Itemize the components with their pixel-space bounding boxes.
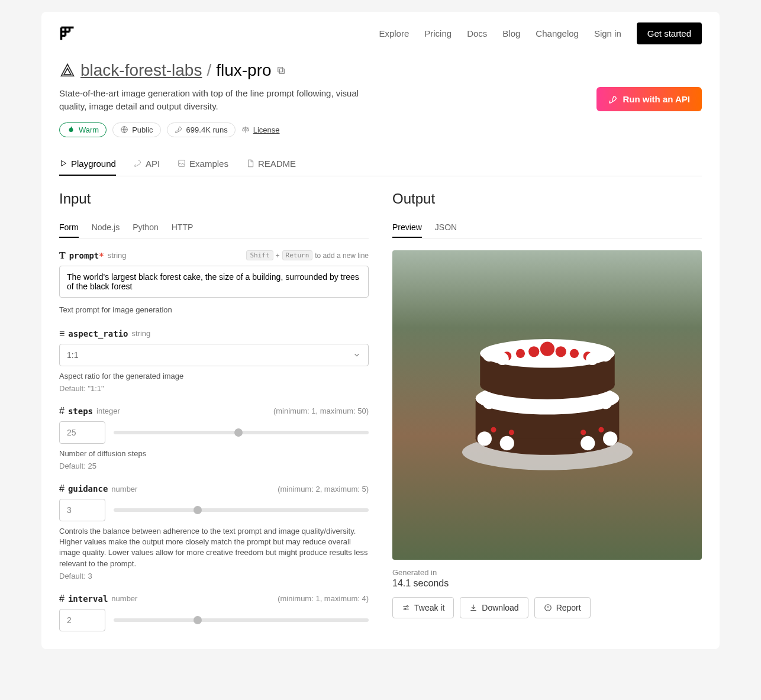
guidance-slider[interactable] [114, 508, 369, 512]
subtab-json[interactable]: JSON [435, 218, 457, 238]
field-steps: # steps integer (minimum: 1, maximum: 50… [59, 406, 369, 470]
output-actions: Tweak it Download Report [392, 597, 702, 618]
public-badge: Public [112, 122, 160, 137]
rocket-icon [175, 125, 183, 134]
svg-point-15 [569, 349, 578, 358]
logo-icon[interactable] [59, 25, 76, 42]
number-type-icon: # [59, 483, 65, 494]
sliders-icon [402, 604, 410, 612]
subtab-http[interactable]: HTTP [172, 218, 194, 238]
number-type-icon: # [59, 406, 65, 417]
output-subtabs: Preview JSON [392, 218, 702, 238]
tab-readme[interactable]: README [246, 153, 296, 176]
svg-point-26 [499, 436, 514, 450]
subtab-preview[interactable]: Preview [392, 218, 422, 238]
download-button[interactable]: Download [460, 597, 528, 618]
document-icon [246, 159, 254, 167]
org-link[interactable]: black-forest-labs [80, 61, 202, 80]
warm-badge: Warm [59, 122, 107, 137]
interval-input[interactable] [59, 609, 105, 631]
input-heading: Input [59, 191, 369, 207]
alert-icon [544, 604, 552, 612]
field-guidance: # guidance number (minimum: 2, maximum: … [59, 483, 369, 580]
steps-desc: Number of diffusion steps [59, 449, 369, 459]
report-button[interactable]: Report [534, 597, 591, 618]
badges-row: Warm Public 699.4K runs License [59, 122, 702, 137]
run-with-api-button[interactable]: Run with an API [596, 87, 702, 111]
aspect-ratio-default: Default: "1:1" [59, 384, 369, 393]
svg-point-27 [581, 436, 595, 450]
prompt-desc: Text prompt for image generation [59, 305, 369, 315]
chevron-down-icon [353, 351, 361, 359]
subtab-nodejs[interactable]: Node.js [92, 218, 120, 238]
nav-signin[interactable]: Sign in [594, 28, 621, 38]
steps-input[interactable] [59, 421, 105, 444]
generation-info: Generated in 14.1 seconds [392, 568, 702, 589]
nav-explore[interactable]: Explore [379, 28, 409, 38]
cake-illustration [457, 299, 637, 479]
svg-point-22 [482, 396, 495, 409]
input-subtabs: Form Node.js Python HTTP [59, 218, 369, 238]
svg-point-19 [496, 353, 508, 365]
svg-rect-0 [279, 69, 284, 73]
svg-point-12 [528, 346, 539, 357]
nav-changelog[interactable]: Changelog [536, 28, 579, 38]
rocket-icon [608, 95, 618, 104]
tab-api[interactable]: API [134, 153, 160, 176]
interval-slider[interactable] [114, 618, 369, 622]
svg-point-32 [407, 605, 408, 607]
license-link[interactable]: License [241, 125, 280, 134]
main-tabs: Playground API Examples README [59, 153, 702, 176]
get-started-button[interactable]: Get started [637, 22, 702, 44]
play-icon [59, 159, 67, 167]
svg-point-23 [599, 396, 611, 409]
guidance-default: Default: 3 [59, 572, 369, 580]
tab-playground[interactable]: Playground [59, 153, 116, 176]
field-aspect-ratio: ≡ aspect_ratio string 1:1 Aspect ratio f… [59, 328, 369, 393]
list-type-icon: ≡ [59, 328, 65, 339]
globe-icon [120, 125, 128, 134]
flame-icon [67, 125, 75, 134]
svg-point-30 [581, 430, 586, 435]
nav-blog[interactable]: Blog [502, 28, 520, 38]
copy-icon[interactable] [276, 66, 286, 75]
org-icon [59, 62, 76, 79]
subtab-python[interactable]: Python [133, 218, 159, 238]
text-type-icon: T [59, 250, 66, 261]
aspect-ratio-desc: Aspect ratio for the generated image [59, 371, 369, 382]
model-header: black-forest-labs / flux-pro State-of-th… [41, 55, 720, 176]
subtab-form[interactable]: Form [59, 218, 79, 238]
svg-point-18 [482, 349, 495, 362]
steps-slider[interactable] [114, 431, 369, 434]
gen-time: 14.1 seconds [392, 578, 702, 589]
steps-default: Default: 25 [59, 462, 369, 470]
gen-label: Generated in [392, 568, 702, 577]
svg-point-24 [477, 431, 491, 446]
svg-point-21 [586, 353, 598, 365]
svg-point-13 [555, 346, 566, 357]
prompt-input[interactable]: The world's largest black forest cake, t… [59, 266, 369, 298]
tab-examples[interactable]: Examples [178, 153, 228, 176]
breadcrumb-separator: / [207, 61, 211, 80]
guidance-input[interactable] [59, 499, 105, 521]
aspect-ratio-select[interactable]: 1:1 [59, 344, 369, 366]
nav-pricing[interactable]: Pricing [424, 28, 452, 38]
svg-rect-3 [179, 160, 185, 167]
svg-point-14 [515, 349, 524, 358]
nav-docs[interactable]: Docs [467, 28, 487, 38]
svg-point-20 [599, 349, 611, 362]
output-image[interactable] [392, 250, 702, 560]
scale-icon [241, 125, 250, 134]
svg-point-28 [491, 427, 496, 433]
tweak-button[interactable]: Tweak it [392, 597, 454, 618]
guidance-desc: Controls the balance between adherence t… [59, 526, 369, 569]
number-type-icon: # [59, 593, 65, 604]
svg-point-11 [540, 341, 554, 356]
main-nav: Explore Pricing Docs Blog Changelog Sign… [379, 22, 702, 44]
rocket-icon [134, 159, 142, 167]
svg-point-33 [405, 608, 406, 609]
output-heading: Output [392, 191, 702, 207]
svg-point-31 [598, 427, 604, 433]
svg-point-29 [508, 430, 514, 435]
input-column: Input Form Node.js Python HTTP T prompt*… [59, 191, 369, 631]
